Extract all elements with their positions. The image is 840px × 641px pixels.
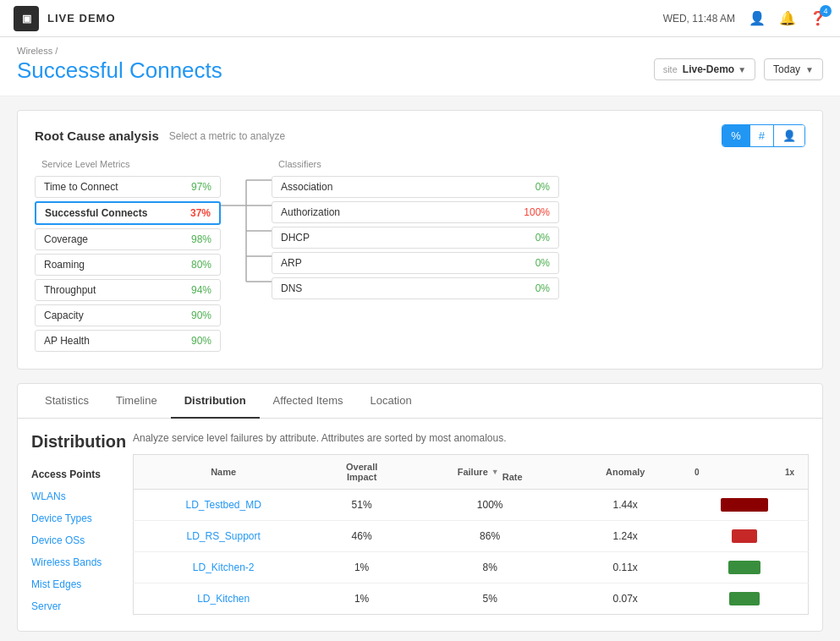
metric-name: Coverage [44, 233, 88, 245]
tab-location[interactable]: Location [356, 384, 425, 419]
classifier-name: Association [281, 181, 332, 193]
header-right: WED, 11:48 AM 👤 🔔 ❓ 4 [663, 10, 826, 26]
classifier-value: 0% [535, 232, 550, 244]
row-name[interactable]: LD_Testbed_MD [134, 490, 314, 521]
main-content: Root Cause analysis Select a metric to a… [0, 96, 840, 641]
metric-value: 97% [191, 181, 211, 193]
metric-item-ap-health[interactable]: AP Health90% [35, 330, 221, 352]
table-row: LD_Kitchen1%5%0.07x [134, 583, 809, 615]
row-bar [681, 521, 808, 552]
metric-btn-user[interactable]: 👤 [774, 125, 804, 146]
metric-name: Time to Connect [44, 181, 118, 193]
tab-affected-items[interactable]: Affected Items [260, 384, 357, 419]
row-overall-impact: 46% [313, 521, 410, 552]
row-anomaly: 0.07x [569, 583, 681, 615]
dist-sidebar-item-device-oss[interactable]: Device OSs [31, 529, 133, 551]
row-bar [681, 552, 808, 583]
metric-value: 90% [191, 335, 211, 347]
metric-value: 80% [191, 259, 211, 271]
row-overall-impact: 1% [313, 583, 410, 615]
row-overall-impact: 51% [313, 490, 410, 521]
distribution-table: Name OverallImpact Failure ▼Rate Anomaly… [133, 454, 809, 615]
connector-svg [221, 159, 272, 328]
root-cause-header: Root Cause analysis Select a metric to a… [35, 124, 805, 147]
date-value: Today [773, 63, 800, 75]
date-dropdown-arrow: ▼ [805, 65, 814, 74]
page-header: Wireless / Successful Connects site Live… [0, 37, 840, 96]
row-anomaly: 1.44x [569, 490, 681, 521]
classifier-value: 0% [535, 282, 550, 294]
metric-item-successful-connects[interactable]: Successful Connects37% [35, 201, 221, 225]
distribution-sidebar: Distribution Access PointsWLANsDevice Ty… [31, 432, 133, 617]
col-anomaly: Anomaly [569, 455, 681, 490]
bar-scale-0: 0 [695, 468, 700, 477]
classifier-name: DHCP [281, 232, 310, 244]
tab-distribution[interactable]: Distribution [171, 384, 260, 419]
bell-icon[interactable]: 🔔 [779, 10, 796, 26]
row-name[interactable]: LD_Kitchen-2 [134, 552, 314, 583]
user-icon[interactable]: 👤 [749, 10, 766, 26]
row-name[interactable]: LD_RS_Support [134, 521, 314, 552]
row-overall-impact: 1% [313, 552, 410, 583]
metric-name: Roaming [44, 259, 85, 271]
classifier-item-dns: DNS0% [272, 277, 559, 299]
app-header: ▣ LIVE DEMO WED, 11:48 AM 👤 🔔 ❓ 4 [0, 0, 840, 37]
metric-item-roaming[interactable]: Roaming80% [35, 254, 221, 276]
metric-name: Throughput [44, 284, 96, 296]
metric-value: 90% [191, 310, 211, 321]
metric-btn-percent[interactable]: % [722, 125, 750, 146]
dist-sidebar-item-device-types[interactable]: Device Types [31, 507, 133, 529]
tabs-bar: StatisticsTimelineDistributionAffected I… [18, 384, 822, 419]
col-failure-rate: Failure ▼Rate [410, 455, 569, 490]
row-bar [681, 583, 808, 615]
page-header-controls: site Live-Demo ▼ Today ▼ [654, 58, 823, 80]
tab-timeline[interactable]: Timeline [102, 384, 171, 419]
date-dropdown[interactable]: Today ▼ [764, 58, 823, 80]
metric-item-time-to-connect[interactable]: Time to Connect97% [35, 176, 221, 198]
header-left: ▣ LIVE DEMO [14, 6, 116, 31]
site-dropdown-arrow: ▼ [738, 65, 746, 74]
connector-lines [221, 159, 272, 328]
bar-scale-1x: 1x [785, 468, 794, 477]
metric-value: 98% [191, 233, 211, 245]
row-failure-rate: 5% [410, 583, 569, 615]
table-row: LD_RS_Support46%86%1.24x [134, 521, 809, 552]
dist-sidebar-item-wireless-bands[interactable]: Wireless Bands [31, 551, 133, 573]
dist-sidebar-item-wlans[interactable]: WLANs [31, 485, 133, 507]
dist-sidebar-item-access-points[interactable]: Access Points [31, 463, 133, 485]
row-name[interactable]: LD_Kitchen [134, 583, 314, 615]
root-cause-section: Root Cause analysis Select a metric to a… [17, 110, 823, 370]
header-time: WED, 11:48 AM [663, 13, 735, 25]
site-dropdown[interactable]: site Live-Demo ▼ [654, 58, 755, 80]
app-title: LIVE DEMO [47, 12, 116, 25]
metric-item-throughput[interactable]: Throughput94% [35, 279, 221, 301]
metrics-column: Service Level Metrics Time to Connect97%… [35, 159, 221, 355]
metric-name: Capacity [44, 310, 84, 321]
site-label: site [663, 64, 678, 74]
page-title: Successful Connects [17, 58, 222, 84]
site-value: Live-Demo [683, 63, 734, 75]
dist-sidebar-item-mist-edges[interactable]: Mist Edges [31, 573, 133, 595]
metric-item-coverage[interactable]: Coverage98% [35, 228, 221, 250]
metric-btn-count[interactable]: # [750, 125, 774, 146]
root-cause-grid: Service Level Metrics Time to Connect97%… [35, 159, 805, 355]
metric-value: 37% [190, 207, 211, 219]
tabs-section: StatisticsTimelineDistributionAffected I… [17, 383, 823, 632]
col-name: Name [134, 455, 314, 490]
row-bar [681, 490, 808, 521]
dist-sidebar-item-server[interactable]: Server [31, 595, 133, 617]
distribution-title: Distribution [31, 432, 133, 452]
distribution-main: Analyze service level failures by attrib… [133, 432, 809, 617]
metric-value: 94% [191, 284, 211, 296]
classifier-item-authorization: Authorization100% [272, 201, 559, 223]
metric-name: AP Health [44, 335, 90, 347]
classifier-item-association: Association0% [272, 176, 559, 198]
tab-statistics[interactable]: Statistics [31, 384, 102, 419]
classifier-name: ARP [281, 257, 302, 269]
page-header-left: Wireless / Successful Connects [17, 46, 222, 84]
notification-badge: 4 [820, 5, 832, 17]
row-anomaly: 0.11x [569, 552, 681, 583]
metric-name: Successful Connects [45, 207, 147, 219]
table-row: LD_Kitchen-21%8%0.11x [134, 552, 809, 583]
metric-item-capacity[interactable]: Capacity90% [35, 304, 221, 326]
